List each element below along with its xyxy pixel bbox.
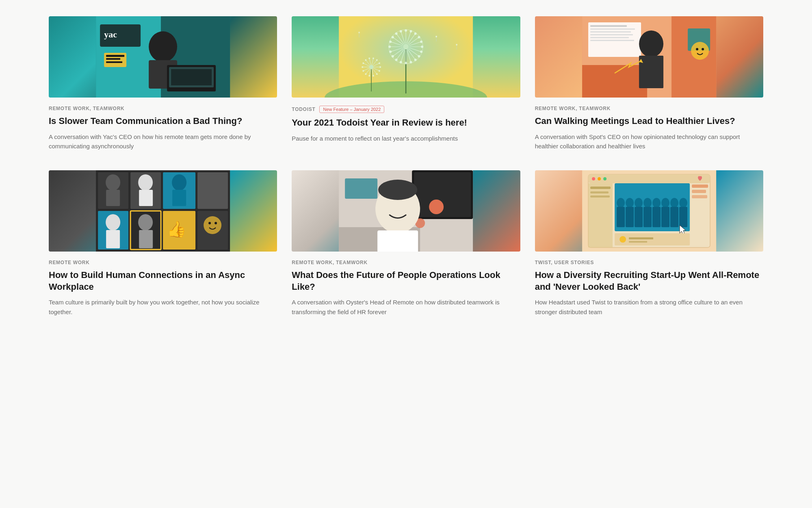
card-meta-5: REMOTE WORK, TEAMWORK bbox=[292, 260, 520, 265]
svg-point-123 bbox=[106, 174, 120, 191]
svg-rect-175 bbox=[679, 207, 687, 227]
svg-point-70 bbox=[369, 75, 370, 76]
card-excerpt-5: A conversation with Oyster's Head of Rem… bbox=[292, 297, 520, 317]
svg-point-62 bbox=[379, 66, 381, 68]
card-category-5: REMOTE WORK, TEAMWORK bbox=[292, 260, 367, 265]
svg-point-27 bbox=[410, 61, 412, 63]
card-title-4[interactable]: How to Build Human Connections in an Asy… bbox=[49, 269, 277, 293]
card-meta-2: TODOISTNew Feature – January 2022 bbox=[292, 106, 520, 113]
card-image-4: 👍 bbox=[49, 170, 277, 252]
card-image-3 bbox=[535, 16, 763, 98]
card-excerpt-1: A conversation with Yac's CEO on how his… bbox=[49, 132, 277, 151]
svg-point-154 bbox=[603, 177, 606, 180]
svg-point-90 bbox=[435, 36, 437, 37]
svg-rect-173 bbox=[670, 207, 678, 227]
svg-point-58 bbox=[403, 44, 409, 50]
svg-point-89 bbox=[369, 65, 373, 69]
svg-rect-167 bbox=[643, 207, 652, 227]
article-card-6[interactable]: TWIST, USER STORIESHow a Diversity Recru… bbox=[535, 170, 763, 317]
svg-point-72 bbox=[365, 73, 367, 75]
svg-point-88 bbox=[379, 62, 380, 64]
article-card-5[interactable]: REMOTE WORK, TEAMWORKWhat Does the Futur… bbox=[292, 170, 520, 317]
card-excerpt-3: A conversation with Spot's CEO on how op… bbox=[535, 132, 763, 151]
card-meta-6: TWIST, USER STORIES bbox=[535, 260, 763, 265]
svg-rect-176 bbox=[692, 185, 708, 188]
svg-rect-108 bbox=[639, 56, 663, 88]
svg-point-66 bbox=[376, 73, 378, 75]
article-grid: yac REMOTE WORK, TEAMWORKIs Slower Team … bbox=[49, 16, 763, 317]
article-card-2[interactable]: TODOISTNew Feature – January 2022Your 20… bbox=[292, 16, 520, 151]
svg-rect-181 bbox=[629, 237, 653, 239]
svg-point-166 bbox=[643, 198, 652, 208]
svg-point-129 bbox=[106, 214, 120, 230]
svg-point-21 bbox=[420, 50, 423, 53]
svg-point-80 bbox=[365, 59, 367, 61]
svg-point-39 bbox=[388, 46, 391, 48]
svg-rect-103 bbox=[590, 31, 631, 33]
svg-point-172 bbox=[670, 198, 678, 208]
svg-point-148 bbox=[378, 180, 417, 200]
svg-rect-158 bbox=[590, 195, 610, 198]
svg-point-94 bbox=[358, 32, 360, 33]
article-card-1[interactable]: yac REMOTE WORK, TEAMWORKIs Slower Team … bbox=[49, 16, 277, 151]
svg-point-41 bbox=[389, 41, 392, 43]
svg-point-29 bbox=[405, 62, 407, 64]
card-title-2[interactable]: Your 2021 Todoist Year in Review is here… bbox=[292, 117, 520, 129]
svg-text:👍: 👍 bbox=[167, 220, 186, 239]
svg-point-45 bbox=[395, 33, 398, 35]
svg-rect-100 bbox=[588, 22, 641, 57]
svg-rect-9 bbox=[106, 58, 120, 60]
svg-rect-13 bbox=[171, 69, 212, 85]
svg-rect-126 bbox=[139, 190, 153, 206]
svg-point-51 bbox=[410, 30, 412, 33]
card-meta-4: REMOTE WORK bbox=[49, 260, 277, 265]
card-image-1: yac bbox=[49, 16, 277, 98]
svg-point-64 bbox=[379, 70, 380, 72]
svg-point-31 bbox=[400, 61, 402, 63]
svg-rect-157 bbox=[590, 191, 608, 193]
svg-point-180 bbox=[619, 236, 626, 243]
card-title-5[interactable]: What Does the Future of People Operation… bbox=[292, 269, 520, 293]
card-badge-2: New Feature – January 2022 bbox=[319, 106, 384, 113]
card-excerpt-2: Pause for a moment to reflect on last ye… bbox=[292, 134, 520, 143]
svg-point-43 bbox=[392, 36, 394, 38]
svg-point-164 bbox=[634, 198, 643, 208]
svg-point-168 bbox=[652, 198, 660, 208]
svg-rect-101 bbox=[590, 25, 627, 27]
svg-point-136 bbox=[214, 222, 217, 224]
card-category-1: REMOTE WORK, TEAMWORK bbox=[49, 106, 124, 111]
svg-point-134 bbox=[204, 216, 221, 234]
svg-point-160 bbox=[617, 198, 625, 208]
svg-rect-102 bbox=[590, 28, 635, 30]
svg-rect-165 bbox=[634, 207, 643, 227]
svg-point-74 bbox=[363, 70, 364, 72]
card-title-6[interactable]: How a Diversity Recruiting Start-Up Went… bbox=[535, 269, 763, 293]
card-meta-3: REMOTE WORK, TEAMWORK bbox=[535, 106, 763, 111]
svg-rect-118 bbox=[197, 172, 228, 209]
svg-point-107 bbox=[639, 30, 663, 57]
card-image-6 bbox=[535, 170, 763, 252]
svg-point-170 bbox=[661, 198, 669, 208]
article-card-4[interactable]: 👍 REMOTE WORKHow to Build Human Connecti… bbox=[49, 170, 277, 317]
card-category-6: TWIST, USER STORIES bbox=[535, 260, 594, 265]
svg-rect-147 bbox=[377, 230, 418, 252]
svg-rect-171 bbox=[661, 207, 669, 227]
svg-point-112 bbox=[696, 48, 698, 50]
svg-rect-104 bbox=[590, 34, 633, 35]
card-title-1[interactable]: Is Slower Team Communication a Bad Thing… bbox=[49, 115, 277, 127]
article-card-3[interactable]: REMOTE WORK, TEAMWORKCan Walking Meeting… bbox=[535, 16, 763, 151]
svg-point-55 bbox=[418, 36, 420, 38]
svg-rect-10 bbox=[106, 61, 122, 63]
card-title-3[interactable]: Can Walking Meetings Lead to Healthier L… bbox=[535, 115, 763, 127]
svg-point-113 bbox=[702, 48, 704, 50]
svg-point-153 bbox=[598, 177, 601, 180]
card-excerpt-6: How Headstart used Twist to transition f… bbox=[535, 297, 763, 317]
svg-point-135 bbox=[208, 222, 211, 224]
svg-point-84 bbox=[372, 58, 374, 59]
card-image-2 bbox=[292, 16, 520, 98]
svg-point-3 bbox=[149, 31, 177, 62]
svg-rect-99 bbox=[582, 65, 647, 98]
svg-point-37 bbox=[389, 50, 392, 53]
svg-rect-132 bbox=[139, 230, 153, 248]
svg-point-92 bbox=[456, 44, 457, 46]
